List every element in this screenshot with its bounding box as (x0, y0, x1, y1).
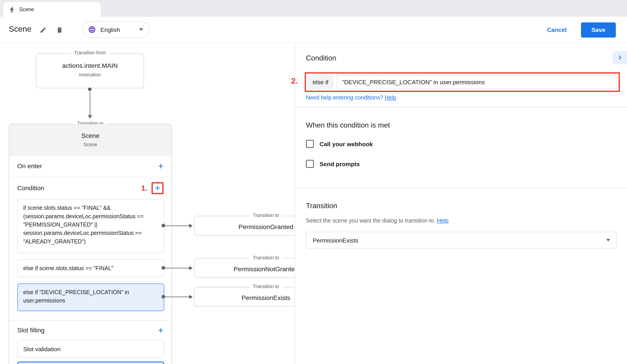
add-slot-filling-button[interactable]: + (158, 325, 163, 335)
scene-tab-icon (9, 6, 15, 13)
when-met-heading: When this condition is met (306, 121, 390, 129)
language-value: English (101, 26, 135, 33)
condition-help-line: Need help entering conditions? Help (306, 94, 396, 101)
condition-detail-panel: Condition 2. else if Need help entering … (295, 43, 627, 364)
collapse-panel-button[interactable] (613, 51, 627, 64)
app-window: Scene Scene English Cancel Save (0, 0, 627, 364)
transition-heading: Transition (306, 202, 337, 210)
condition-expression-input[interactable] (337, 75, 617, 89)
connector-dot (161, 295, 165, 298)
connector-dot (161, 224, 165, 227)
annotation-step-1-highlight: + (152, 182, 163, 194)
transition-to-badge: Transition to (250, 284, 282, 289)
pencil-icon (40, 26, 47, 34)
annotation-step-2-highlight: else if (305, 72, 620, 92)
globe-icon (88, 26, 96, 34)
chevron-right-icon (615, 53, 624, 62)
webhook-option-row: Call your webhook (306, 140, 373, 148)
scene-type: Scene (9, 142, 172, 147)
chevron-down-icon (606, 239, 610, 241)
condition-section-header: Condition 1. + (9, 177, 172, 199)
condition-item-2[interactable]: else if scene.slots.status == "FINAL" (17, 259, 164, 277)
panel-condition-heading: Condition (306, 54, 336, 62)
annotation-step-1: 1. (141, 184, 148, 193)
slot-filling-section-header: Slot filling + (9, 320, 172, 340)
slot-validation-item[interactable]: Slot validation (17, 340, 164, 358)
transition-help-link[interactable]: Help (437, 217, 448, 224)
condition-item-1[interactable]: if scene.slots.status == "FINAL" && (ses… (17, 199, 164, 253)
condition-help-link[interactable]: Help (385, 94, 396, 101)
slot-filling-label: Slot filling (17, 327, 158, 334)
next-section-item[interactable] (17, 362, 164, 364)
page-title: Scene (9, 24, 31, 34)
delete-scene-button[interactable] (56, 26, 63, 35)
target-scene-name: PermissionNotGranted (234, 266, 298, 273)
call-webhook-checkbox[interactable] (306, 140, 314, 148)
send-prompts-checkbox[interactable] (306, 160, 314, 168)
cancel-button[interactable]: Cancel (547, 26, 567, 33)
scene-name: Scene (9, 132, 172, 139)
connector-dot (88, 88, 92, 91)
transition-help-text: Select the scene you want the dialog to … (306, 217, 435, 224)
transition-scene-select[interactable]: PermissionExists (306, 232, 617, 249)
section-divider (295, 188, 627, 188)
transition-to-badge: Transition to (250, 213, 282, 218)
language-selector[interactable]: English (82, 21, 150, 38)
add-on-enter-button[interactable]: + (158, 161, 163, 171)
send-prompts-label: Send prompts (319, 160, 360, 167)
transition-from-badge: Transition from (71, 50, 109, 55)
condition-section-label: Condition (17, 184, 141, 192)
connector-arrowhead (189, 224, 193, 228)
target-scene-name: PermissionExists (242, 294, 290, 302)
condition-help-text: Need help entering conditions? (306, 94, 383, 101)
prompts-option-row: Send prompts (306, 160, 360, 168)
target-scene-name: PermissionGranted (239, 224, 293, 231)
scene-tab[interactable]: Scene (3, 2, 101, 17)
connector-arrowhead (189, 295, 193, 299)
on-enter-label: On enter (17, 163, 158, 170)
connector-line (165, 226, 189, 226)
section-divider (295, 107, 627, 108)
tab-title: Scene (19, 6, 34, 12)
transition-scene-value: PermissionExists (313, 237, 606, 243)
add-condition-button[interactable]: + (155, 183, 160, 193)
connector-line (90, 92, 91, 115)
condition-item-3-selected[interactable]: else if "DEVICE_PRECISE_LOCATION" in use… (17, 283, 164, 312)
connector-line (165, 296, 189, 297)
on-enter-section: On enter + (9, 155, 172, 177)
transition-help-line: Select the scene you want the dialog to … (306, 217, 448, 224)
connector-arrowhead (189, 266, 193, 270)
chevron-down-icon (139, 28, 143, 31)
connector-line (165, 268, 189, 269)
annotation-step-2: 2. (291, 76, 298, 86)
scene-card-header[interactable]: Scene Scene (9, 124, 172, 155)
call-webhook-label: Call your webhook (319, 140, 373, 147)
trash-icon (56, 26, 63, 34)
else-if-chip: else if (308, 75, 334, 89)
intent-type: Invocation (36, 72, 144, 78)
save-button[interactable]: Save (581, 22, 616, 38)
connector-arrowhead (88, 115, 92, 119)
transition-from-node[interactable]: Transition from actions.intent.MAIN Invo… (36, 53, 144, 89)
intent-name: actions.intent.MAIN (36, 62, 144, 70)
edit-scene-button[interactable] (40, 26, 47, 35)
connector-dot (161, 266, 165, 270)
header: Scene English Cancel Save (0, 17, 627, 43)
scene-card: Transition to Scene Scene On enter + Con… (9, 124, 172, 364)
browser-tab-bar: Scene (0, 0, 627, 17)
transition-to-badge: Transition to (250, 255, 282, 261)
